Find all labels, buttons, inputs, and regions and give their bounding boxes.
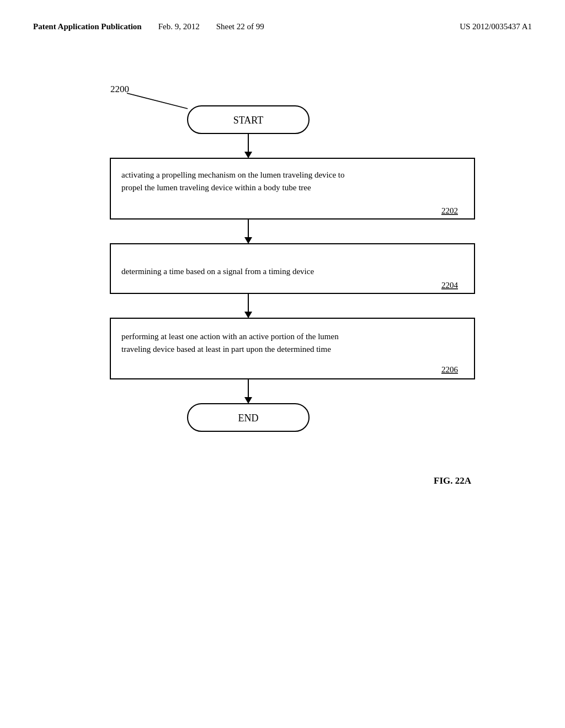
box3-ref: 2206 xyxy=(441,365,459,374)
diagram-label: 2200 xyxy=(110,84,129,94)
box2-text: determining a time based on a signal fro… xyxy=(121,267,314,276)
header-date: Feb. 9, 2012 xyxy=(158,22,200,31)
arrow1-head xyxy=(244,152,252,158)
box1-ref: 2202 xyxy=(441,206,458,215)
header-sheet: Sheet 22 of 99 xyxy=(216,22,264,31)
header: Patent Application Publication Feb. 9, 2… xyxy=(0,0,565,42)
end-label: END xyxy=(238,413,259,424)
start-label: START xyxy=(233,115,263,126)
flowchart-svg: 2200 START activating a propelling mecha… xyxy=(66,53,541,506)
publication-label: Patent Application Publication xyxy=(33,22,142,31)
box1-text-line1: activating a propelling mechanism on the… xyxy=(121,170,344,179)
box1-text-line2: propel the lumen traveling device within… xyxy=(121,183,311,192)
label-arrow-line xyxy=(127,93,188,109)
diagram-area: 2200 START activating a propelling mecha… xyxy=(0,42,565,517)
box2-ref: 2204 xyxy=(441,281,459,290)
header-patent: US 2012/0035437 A1 xyxy=(460,22,532,31)
figure-label: FIG. 22A xyxy=(434,475,472,486)
box3-text-line1: performing at least one action with an a… xyxy=(121,332,339,341)
arrow3-head xyxy=(244,312,252,318)
arrow4-head xyxy=(244,397,252,404)
box3-text-line2: traveling device based at least in part … xyxy=(121,345,331,354)
arrow2-head xyxy=(244,237,252,244)
